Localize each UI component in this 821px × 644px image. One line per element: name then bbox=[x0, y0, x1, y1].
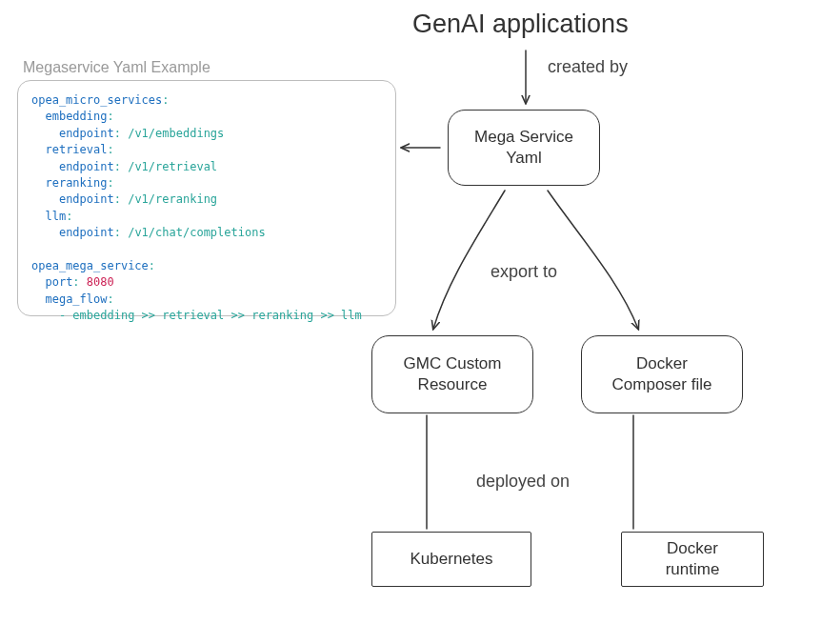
node-kubernetes: Kubernetes bbox=[371, 532, 531, 587]
diagram-title: GenAI applications bbox=[412, 10, 629, 39]
yaml-example-panel: opea_micro_services: embedding: endpoint… bbox=[17, 80, 396, 316]
node-gmc-custom-resource: GMC CustomResource bbox=[371, 335, 533, 413]
label-export-to: export to bbox=[491, 262, 557, 282]
panel-caption: Megaservice Yaml Example bbox=[23, 59, 210, 76]
node-mega-service-yaml: Mega ServiceYaml bbox=[448, 110, 600, 186]
label-deployed-on: deployed on bbox=[476, 472, 570, 492]
arrow-export-right-icon bbox=[548, 191, 638, 329]
node-docker-composer-file: DockerComposer file bbox=[581, 335, 743, 413]
arrow-export-left-icon bbox=[433, 191, 505, 329]
label-created-by: created by bbox=[548, 57, 628, 77]
node-docker-runtime: Dockerruntime bbox=[621, 532, 764, 587]
